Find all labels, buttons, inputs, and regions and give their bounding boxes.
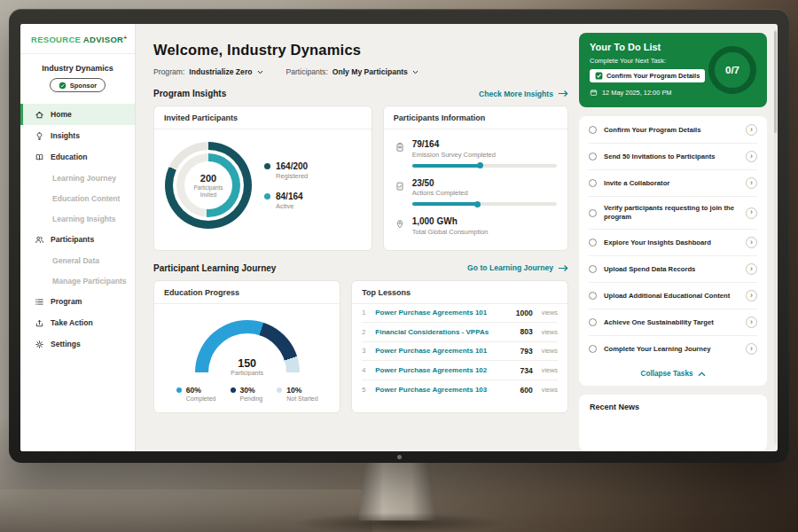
info-row-consumption: 1,000 GWh Total Global Consumption <box>395 216 557 236</box>
sidebar-item-insights[interactable]: Insights <box>20 125 135 146</box>
task-checkbox[interactable] <box>589 179 597 187</box>
scrollbar[interactable] <box>774 29 777 444</box>
sidebar-item-label: General Data <box>52 256 99 265</box>
card-title: Invited Participants <box>154 106 372 129</box>
chevron-right-icon[interactable]: › <box>746 290 757 301</box>
calendar-icon <box>590 89 598 97</box>
task-checkbox[interactable] <box>589 318 597 326</box>
sidebar-item-program[interactable]: Program <box>20 291 135 312</box>
task-checkbox[interactable] <box>589 345 597 353</box>
next-task-label: Confirm Your Program Details <box>606 72 700 80</box>
education-progress-gauge-chart: 150 Participants <box>195 320 300 376</box>
lesson-title-link[interactable]: Power Purchase Agreements 102 <box>375 366 512 374</box>
legend-item: 30% Pending <box>231 386 263 402</box>
collapse-tasks-button[interactable]: Collapse Tasks <box>589 362 757 386</box>
task-checkbox[interactable] <box>589 153 597 160</box>
lesson-row: 2 Financial Considerations - VPPAs 803 v… <box>362 323 558 342</box>
sidebar-item-manage-participants[interactable]: Manage Participants <box>20 270 135 291</box>
sidebar-item-general-data[interactable]: General Data <box>20 250 135 270</box>
sidebar-item-learning-journey[interactable]: Learning Journey <box>20 168 135 188</box>
book-icon <box>35 153 44 162</box>
chevron-right-icon[interactable]: › <box>746 317 757 328</box>
chevron-right-icon[interactable]: › <box>746 207 757 219</box>
legend-label: Pending <box>240 395 263 402</box>
sidebar-item-participants[interactable]: Participants <box>20 229 135 250</box>
legend-label: Active <box>276 202 308 210</box>
task-checkbox[interactable] <box>589 292 597 300</box>
lesson-title-link[interactable]: Power Purchase Agreements 103 <box>375 386 512 394</box>
sidebar-item-education-content[interactable]: Education Content <box>20 188 135 208</box>
lesson-title-link[interactable]: Financial Considerations - VPPAs <box>375 328 512 336</box>
sidebar-item-education[interactable]: Education <box>20 146 135 168</box>
sidebar-item-take-action[interactable]: Take Action <box>20 312 135 333</box>
task-row[interactable]: Achieve One Sustainability Target › <box>589 309 757 336</box>
lesson-views: 734 <box>520 366 532 375</box>
sponsor-label: Sponsor <box>70 82 97 90</box>
legend-value: 60% <box>186 386 201 395</box>
task-label: Confirm Your Program Details <box>604 126 739 135</box>
task-row[interactable]: Send 50 Invitations to Participants › <box>589 144 757 170</box>
participants-filter-value: Only My Participants <box>332 67 408 76</box>
chevron-right-icon[interactable]: › <box>746 124 757 136</box>
task-checkbox[interactable] <box>589 265 597 273</box>
chevron-right-icon[interactable]: › <box>746 151 757 162</box>
card-title: Participants Information <box>384 106 567 129</box>
task-row[interactable]: Confirm Your Program Details › <box>589 117 757 144</box>
sponsor-badge[interactable]: Sponsor <box>50 78 106 92</box>
legend-item: 164/200 Registered <box>264 161 308 180</box>
card-title: Education Progress <box>154 281 340 304</box>
go-to-learning-journey-link[interactable]: Go to Learning Journey <box>467 263 568 272</box>
info-row-actions: 23/50 Actions Completed <box>395 178 557 207</box>
chevron-right-icon[interactable]: › <box>746 343 757 355</box>
invited-participants-donut-chart: 200 Participants Invited <box>165 142 252 229</box>
insights-cards-row: Invited Participants 200 Participants In… <box>153 106 568 251</box>
sidebar-item-home[interactable]: Home <box>20 104 135 125</box>
task-checkbox[interactable] <box>589 209 597 217</box>
info-label: Emission Survey Completed <box>412 151 557 159</box>
invited-participants-card: Invited Participants 200 Participants In… <box>153 106 372 251</box>
link-label: Go to Learning Journey <box>467 263 553 272</box>
sidebar-item-label: Education Content <box>52 194 120 203</box>
lesson-views-suffix: views <box>542 309 558 317</box>
app-logo: RESOURCE ADVISOR+ <box>20 24 135 54</box>
sidebar: RESOURCE ADVISOR+ Industry Dynamics Spon… <box>20 24 136 451</box>
check-square-icon <box>595 72 603 80</box>
task-checkbox[interactable] <box>589 126 597 134</box>
chevron-right-icon[interactable]: › <box>746 263 757 275</box>
task-row[interactable]: Upload Spend Data Records › <box>589 256 757 283</box>
legend-item: 10% Not Started <box>277 386 317 402</box>
task-row[interactable]: Verify participants requesting to join t… <box>589 197 757 230</box>
sidebar-item-learning-insights[interactable]: Learning Insights <box>20 208 135 229</box>
chevron-right-icon[interactable]: › <box>746 237 757 248</box>
task-checkbox[interactable] <box>589 239 597 246</box>
legend-dot-not-started <box>277 387 282 393</box>
lesson-views-suffix: views <box>542 366 558 374</box>
program-filter-dropdown[interactable]: Program: Industrialize Zero <box>153 67 263 76</box>
task-row[interactable]: Invite a Collaborator › <box>589 170 757 197</box>
sidebar-item-settings[interactable]: Settings <box>20 333 135 355</box>
lesson-title-link[interactable]: Power Purchase Agreements 101 <box>375 347 512 355</box>
legend-value: 10% <box>286 386 301 395</box>
task-row[interactable]: Upload Additional Educational Content › <box>589 283 757 309</box>
scrollbar-thumb[interactable] <box>774 31 777 133</box>
chevron-right-icon[interactable]: › <box>746 177 757 189</box>
info-label: Total Global Consumption <box>412 228 557 236</box>
education-progress-card: Education Progress 150 Participants 60% <box>153 280 340 413</box>
location-pin-icon <box>395 217 405 228</box>
sponsor-icon <box>59 82 66 90</box>
participants-filter-dropdown[interactable]: Participants: Only My Participants <box>286 67 419 76</box>
task-row[interactable]: Explore Your Insights Dashboard › <box>589 230 757 256</box>
legend-dot-registered <box>264 163 270 169</box>
next-task-chip[interactable]: Confirm Your Program Details <box>590 69 705 82</box>
program-filter-label: Program: <box>153 67 184 76</box>
check-more-insights-link[interactable]: Check More Insights <box>479 90 568 98</box>
task-label: Upload Additional Educational Content <box>604 292 739 301</box>
lesson-title-link[interactable]: Power Purchase Agreements 101 <box>375 309 508 317</box>
chevron-up-icon <box>698 372 706 377</box>
task-row[interactable]: Complete Your Learning Journey › <box>589 336 757 362</box>
learning-journey-title: Participant Learning Journey <box>153 263 276 273</box>
legend-label: Completed <box>186 395 216 402</box>
lesson-views: 1000 <box>516 309 533 317</box>
participants-filter-label: Participants: <box>286 67 328 76</box>
lesson-views: 600 <box>520 386 532 395</box>
